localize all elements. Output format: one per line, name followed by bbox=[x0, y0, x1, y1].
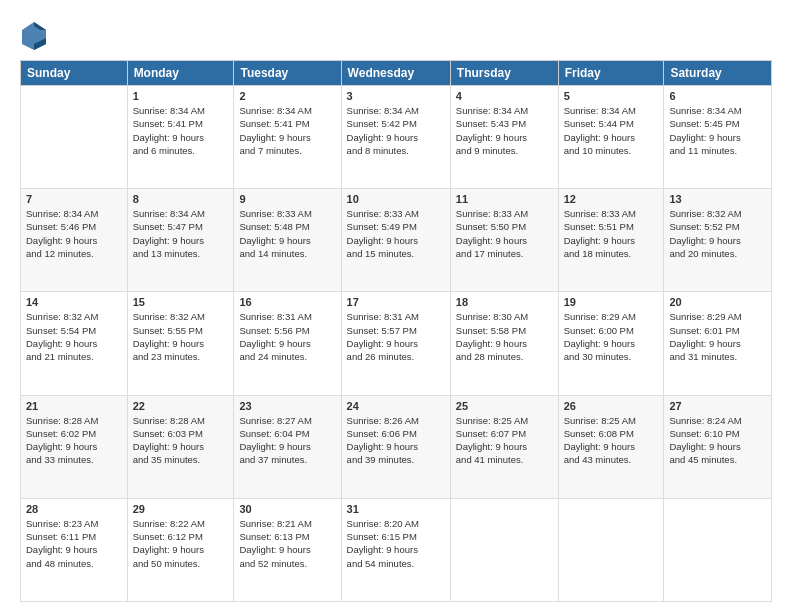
calendar-cell: 19Sunrise: 8:29 AMSunset: 6:00 PMDayligh… bbox=[558, 292, 664, 395]
day-number: 29 bbox=[133, 503, 229, 515]
cell-content: Sunrise: 8:34 AMSunset: 5:47 PMDaylight:… bbox=[133, 207, 229, 260]
cell-content: Sunrise: 8:32 AMSunset: 5:54 PMDaylight:… bbox=[26, 310, 122, 363]
cell-content: Sunrise: 8:32 AMSunset: 5:52 PMDaylight:… bbox=[669, 207, 766, 260]
cell-content: Sunrise: 8:34 AMSunset: 5:41 PMDaylight:… bbox=[239, 104, 335, 157]
calendar-cell: 14Sunrise: 8:32 AMSunset: 5:54 PMDayligh… bbox=[21, 292, 128, 395]
weekday-friday: Friday bbox=[558, 61, 664, 86]
cell-content: Sunrise: 8:34 AMSunset: 5:46 PMDaylight:… bbox=[26, 207, 122, 260]
calendar-cell: 27Sunrise: 8:24 AMSunset: 6:10 PMDayligh… bbox=[664, 395, 772, 498]
day-number: 7 bbox=[26, 193, 122, 205]
calendar-cell: 7Sunrise: 8:34 AMSunset: 5:46 PMDaylight… bbox=[21, 189, 128, 292]
day-number: 31 bbox=[347, 503, 445, 515]
calendar-cell bbox=[558, 498, 664, 601]
cell-content: Sunrise: 8:34 AMSunset: 5:44 PMDaylight:… bbox=[564, 104, 659, 157]
cell-content: Sunrise: 8:22 AMSunset: 6:12 PMDaylight:… bbox=[133, 517, 229, 570]
calendar-cell bbox=[450, 498, 558, 601]
day-number: 5 bbox=[564, 90, 659, 102]
cell-content: Sunrise: 8:27 AMSunset: 6:04 PMDaylight:… bbox=[239, 414, 335, 467]
cell-content: Sunrise: 8:33 AMSunset: 5:49 PMDaylight:… bbox=[347, 207, 445, 260]
day-number: 12 bbox=[564, 193, 659, 205]
cell-content: Sunrise: 8:24 AMSunset: 6:10 PMDaylight:… bbox=[669, 414, 766, 467]
cell-content: Sunrise: 8:31 AMSunset: 5:57 PMDaylight:… bbox=[347, 310, 445, 363]
calendar-cell: 4Sunrise: 8:34 AMSunset: 5:43 PMDaylight… bbox=[450, 86, 558, 189]
calendar-cell: 24Sunrise: 8:26 AMSunset: 6:06 PMDayligh… bbox=[341, 395, 450, 498]
cell-content: Sunrise: 8:34 AMSunset: 5:42 PMDaylight:… bbox=[347, 104, 445, 157]
day-number: 16 bbox=[239, 296, 335, 308]
calendar-cell: 21Sunrise: 8:28 AMSunset: 6:02 PMDayligh… bbox=[21, 395, 128, 498]
week-row-1: 1Sunrise: 8:34 AMSunset: 5:41 PMDaylight… bbox=[21, 86, 772, 189]
day-number: 14 bbox=[26, 296, 122, 308]
day-number: 9 bbox=[239, 193, 335, 205]
cell-content: Sunrise: 8:33 AMSunset: 5:51 PMDaylight:… bbox=[564, 207, 659, 260]
weekday-sunday: Sunday bbox=[21, 61, 128, 86]
cell-content: Sunrise: 8:23 AMSunset: 6:11 PMDaylight:… bbox=[26, 517, 122, 570]
cell-content: Sunrise: 8:29 AMSunset: 6:01 PMDaylight:… bbox=[669, 310, 766, 363]
day-number: 26 bbox=[564, 400, 659, 412]
day-number: 1 bbox=[133, 90, 229, 102]
calendar-cell: 2Sunrise: 8:34 AMSunset: 5:41 PMDaylight… bbox=[234, 86, 341, 189]
cell-content: Sunrise: 8:25 AMSunset: 6:07 PMDaylight:… bbox=[456, 414, 553, 467]
cell-content: Sunrise: 8:34 AMSunset: 5:43 PMDaylight:… bbox=[456, 104, 553, 157]
calendar-cell: 5Sunrise: 8:34 AMSunset: 5:44 PMDaylight… bbox=[558, 86, 664, 189]
week-row-3: 14Sunrise: 8:32 AMSunset: 5:54 PMDayligh… bbox=[21, 292, 772, 395]
calendar-cell: 23Sunrise: 8:27 AMSunset: 6:04 PMDayligh… bbox=[234, 395, 341, 498]
calendar-cell bbox=[664, 498, 772, 601]
cell-content: Sunrise: 8:28 AMSunset: 6:03 PMDaylight:… bbox=[133, 414, 229, 467]
header bbox=[20, 16, 772, 52]
week-row-5: 28Sunrise: 8:23 AMSunset: 6:11 PMDayligh… bbox=[21, 498, 772, 601]
day-number: 30 bbox=[239, 503, 335, 515]
day-number: 22 bbox=[133, 400, 229, 412]
cell-content: Sunrise: 8:29 AMSunset: 6:00 PMDaylight:… bbox=[564, 310, 659, 363]
calendar-table: SundayMondayTuesdayWednesdayThursdayFrid… bbox=[20, 60, 772, 602]
day-number: 20 bbox=[669, 296, 766, 308]
day-number: 23 bbox=[239, 400, 335, 412]
calendar-cell: 28Sunrise: 8:23 AMSunset: 6:11 PMDayligh… bbox=[21, 498, 128, 601]
day-number: 19 bbox=[564, 296, 659, 308]
cell-content: Sunrise: 8:34 AMSunset: 5:45 PMDaylight:… bbox=[669, 104, 766, 157]
calendar-cell bbox=[21, 86, 128, 189]
cell-content: Sunrise: 8:33 AMSunset: 5:48 PMDaylight:… bbox=[239, 207, 335, 260]
week-row-4: 21Sunrise: 8:28 AMSunset: 6:02 PMDayligh… bbox=[21, 395, 772, 498]
weekday-tuesday: Tuesday bbox=[234, 61, 341, 86]
cell-content: Sunrise: 8:32 AMSunset: 5:55 PMDaylight:… bbox=[133, 310, 229, 363]
day-number: 3 bbox=[347, 90, 445, 102]
day-number: 10 bbox=[347, 193, 445, 205]
calendar-cell: 25Sunrise: 8:25 AMSunset: 6:07 PMDayligh… bbox=[450, 395, 558, 498]
cell-content: Sunrise: 8:30 AMSunset: 5:58 PMDaylight:… bbox=[456, 310, 553, 363]
calendar-page: SundayMondayTuesdayWednesdayThursdayFrid… bbox=[0, 0, 792, 612]
cell-content: Sunrise: 8:34 AMSunset: 5:41 PMDaylight:… bbox=[133, 104, 229, 157]
week-row-2: 7Sunrise: 8:34 AMSunset: 5:46 PMDaylight… bbox=[21, 189, 772, 292]
weekday-wednesday: Wednesday bbox=[341, 61, 450, 86]
logo-icon bbox=[20, 20, 48, 52]
cell-content: Sunrise: 8:26 AMSunset: 6:06 PMDaylight:… bbox=[347, 414, 445, 467]
day-number: 15 bbox=[133, 296, 229, 308]
calendar-cell: 10Sunrise: 8:33 AMSunset: 5:49 PMDayligh… bbox=[341, 189, 450, 292]
cell-content: Sunrise: 8:21 AMSunset: 6:13 PMDaylight:… bbox=[239, 517, 335, 570]
calendar-cell: 13Sunrise: 8:32 AMSunset: 5:52 PMDayligh… bbox=[664, 189, 772, 292]
calendar-cell: 20Sunrise: 8:29 AMSunset: 6:01 PMDayligh… bbox=[664, 292, 772, 395]
calendar-cell: 22Sunrise: 8:28 AMSunset: 6:03 PMDayligh… bbox=[127, 395, 234, 498]
cell-content: Sunrise: 8:33 AMSunset: 5:50 PMDaylight:… bbox=[456, 207, 553, 260]
day-number: 17 bbox=[347, 296, 445, 308]
cell-content: Sunrise: 8:25 AMSunset: 6:08 PMDaylight:… bbox=[564, 414, 659, 467]
calendar-cell: 16Sunrise: 8:31 AMSunset: 5:56 PMDayligh… bbox=[234, 292, 341, 395]
calendar-cell: 31Sunrise: 8:20 AMSunset: 6:15 PMDayligh… bbox=[341, 498, 450, 601]
day-number: 25 bbox=[456, 400, 553, 412]
day-number: 27 bbox=[669, 400, 766, 412]
calendar-cell: 12Sunrise: 8:33 AMSunset: 5:51 PMDayligh… bbox=[558, 189, 664, 292]
cell-content: Sunrise: 8:28 AMSunset: 6:02 PMDaylight:… bbox=[26, 414, 122, 467]
calendar-cell: 3Sunrise: 8:34 AMSunset: 5:42 PMDaylight… bbox=[341, 86, 450, 189]
cell-content: Sunrise: 8:31 AMSunset: 5:56 PMDaylight:… bbox=[239, 310, 335, 363]
day-number: 28 bbox=[26, 503, 122, 515]
calendar-cell: 1Sunrise: 8:34 AMSunset: 5:41 PMDaylight… bbox=[127, 86, 234, 189]
day-number: 6 bbox=[669, 90, 766, 102]
day-number: 24 bbox=[347, 400, 445, 412]
day-number: 2 bbox=[239, 90, 335, 102]
calendar-cell: 9Sunrise: 8:33 AMSunset: 5:48 PMDaylight… bbox=[234, 189, 341, 292]
calendar-cell: 26Sunrise: 8:25 AMSunset: 6:08 PMDayligh… bbox=[558, 395, 664, 498]
weekday-thursday: Thursday bbox=[450, 61, 558, 86]
day-number: 11 bbox=[456, 193, 553, 205]
day-number: 18 bbox=[456, 296, 553, 308]
calendar-cell: 30Sunrise: 8:21 AMSunset: 6:13 PMDayligh… bbox=[234, 498, 341, 601]
day-number: 8 bbox=[133, 193, 229, 205]
